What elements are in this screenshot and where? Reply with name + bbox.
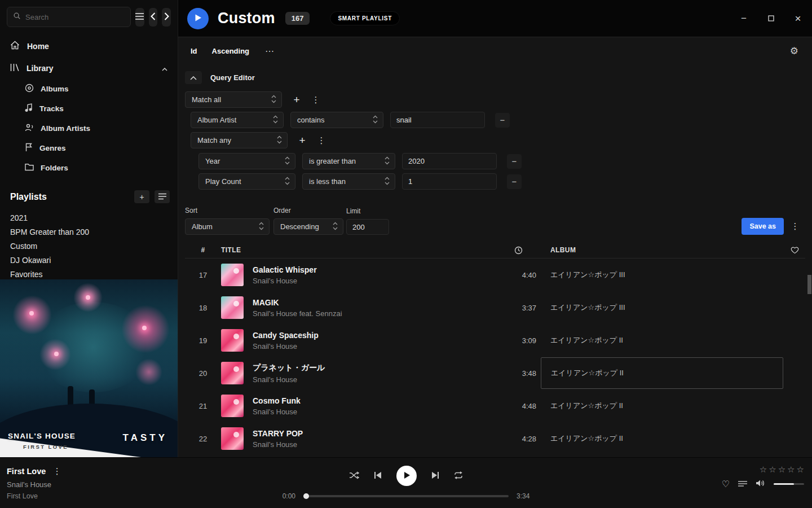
now-playing-title[interactable]: First Love — [7, 467, 46, 476]
rule-options-button[interactable]: ⋮ — [311, 95, 320, 105]
volume-slider[interactable] — [774, 483, 804, 485]
chevron-right-icon — [164, 12, 169, 22]
match-type-select[interactable]: Match all — [185, 91, 282, 108]
playlist-item[interactable]: DJ Okawari — [10, 253, 170, 267]
playlist-item[interactable]: 2021 — [10, 211, 170, 225]
favorite-button[interactable]: ♡ — [722, 479, 730, 489]
track-album[interactable]: エイリアン☆ポップ II — [541, 325, 783, 356]
column-title[interactable]: TITLE — [221, 246, 496, 254]
remove-rule-button[interactable]: − — [507, 174, 522, 189]
previous-track-button[interactable] — [374, 471, 382, 481]
add-playlist-button[interactable]: + — [134, 190, 149, 203]
group-options-button[interactable]: ⋮ — [317, 135, 326, 146]
rule-field-select[interactable]: Year — [198, 153, 295, 169]
playlist-list-button[interactable] — [155, 190, 170, 203]
window-minimize-button[interactable]: − — [739, 14, 749, 24]
total-time: 3:34 — [517, 492, 536, 500]
more-options-button[interactable]: ⋯ — [265, 46, 275, 56]
seek-bar[interactable] — [303, 495, 509, 497]
collapse-query-editor-button[interactable] — [185, 71, 202, 84]
add-group-rule-button[interactable]: + — [294, 133, 310, 148]
scrollbar-thumb[interactable] — [807, 275, 811, 294]
seek-knob[interactable] — [303, 493, 309, 499]
nav-forward-button[interactable] — [162, 8, 171, 27]
sidebar-item-genres[interactable]: Genres — [0, 138, 178, 158]
column-album[interactable]: ALBUM — [541, 246, 783, 254]
now-playing-album-art[interactable]: SNAIL'S HOUSE FIRST LOVE TASTY — [0, 279, 178, 457]
sidebar-item-tracks[interactable]: Tracks — [0, 99, 178, 119]
nav-back-button[interactable] — [149, 8, 158, 27]
track-album[interactable]: エイリアン☆ポップ III — [541, 292, 783, 323]
chevron-up-icon[interactable] — [162, 64, 167, 73]
rule-operator-select[interactable]: contains — [290, 112, 383, 128]
remove-rule-button[interactable]: − — [495, 113, 510, 128]
track-album[interactable]: エイリアン☆ポップ II — [541, 390, 783, 422]
repeat-button[interactable] — [454, 471, 463, 481]
shuffle-button[interactable] — [349, 471, 359, 481]
page-header: Custom 167 SMART PLAYLIST − × — [178, 0, 812, 37]
now-playing-options-button[interactable]: ⋮ — [52, 466, 61, 476]
rule-field-select[interactable]: Play Count — [198, 173, 295, 190]
track-artist[interactable]: Snail's House — [253, 342, 496, 351]
rule-operator-select[interactable]: is less than — [302, 173, 395, 190]
table-row[interactable]: 19 Candy SpaceshipSnail's House 3:09 エイリ… — [185, 324, 805, 357]
save-options-button[interactable]: ⋮ — [791, 221, 800, 231]
volume-button[interactable] — [756, 479, 765, 489]
limit-input[interactable] — [346, 219, 389, 235]
favorite-heart-icon[interactable] — [783, 246, 806, 254]
playlist-item[interactable]: BPM Greater than 200 — [10, 225, 170, 239]
table-row[interactable]: 22 STARRY POPSnail's House 4:28 エイリアン☆ポッ… — [185, 422, 805, 455]
playlist-play-button[interactable] — [187, 8, 209, 29]
playlist-item[interactable]: Custom — [10, 239, 170, 253]
play-pause-button[interactable] — [396, 466, 417, 486]
track-album[interactable]: エイリアン☆ポップ III — [541, 259, 783, 291]
sidebar-item-home[interactable]: Home — [0, 35, 178, 57]
now-playing-artist[interactable]: Snail's House — [7, 480, 61, 489]
menu-button[interactable] — [135, 8, 144, 27]
track-artist[interactable]: Snail's House — [253, 440, 496, 449]
search-box[interactable] — [7, 7, 131, 27]
query-order-select[interactable]: Descending — [273, 218, 343, 235]
column-index[interactable]: # — [185, 246, 221, 254]
save-as-button[interactable]: Save as — [742, 218, 784, 235]
query-sort-select[interactable]: Album — [185, 218, 270, 235]
rule-value-input[interactable] — [402, 153, 497, 169]
track-artist[interactable]: Snail's House — [253, 277, 496, 285]
star-icon[interactable]: ☆ — [778, 465, 785, 474]
star-icon[interactable]: ☆ — [769, 465, 776, 474]
rule-value-input[interactable] — [390, 112, 485, 128]
table-row[interactable]: 21 Cosmo FunkSnail's House 4:48 エイリアン☆ポッ… — [185, 389, 805, 422]
now-playing-album[interactable]: First Love — [7, 492, 61, 500]
settings-gear-button[interactable]: ⚙ — [790, 45, 798, 57]
duration-clock-icon[interactable] — [496, 246, 541, 255]
remove-rule-button[interactable]: − — [507, 154, 522, 169]
track-artist[interactable]: Snail's House — [253, 375, 496, 384]
star-icon[interactable]: ☆ — [797, 465, 804, 474]
heart-icon: ♡ — [722, 479, 730, 489]
rule-value-input[interactable] — [402, 173, 497, 190]
group-match-type-select[interactable]: Match any — [191, 132, 288, 148]
add-rule-button[interactable]: + — [289, 92, 304, 108]
rule-operator-select[interactable]: is greater than — [302, 153, 395, 169]
table-row[interactable]: 20 プラネット・ガールSnail's House 3:48 エイリアン☆ポップ… — [185, 357, 805, 389]
sort-direction-button[interactable]: Ascending — [212, 47, 249, 55]
next-track-button[interactable] — [431, 471, 439, 481]
rule-field-select[interactable]: Album Artist — [191, 112, 284, 128]
window-close-button[interactable]: × — [793, 14, 803, 24]
window-maximize-button[interactable] — [766, 14, 776, 24]
track-album-focused[interactable]: エイリアン☆ポップ II — [541, 357, 783, 389]
sort-field-button[interactable]: Id — [191, 47, 197, 55]
track-album[interactable]: エイリアン☆ポップ II — [541, 423, 783, 454]
sidebar-item-albums[interactable]: Albums — [0, 79, 178, 99]
sidebar-item-folders[interactable]: Folders — [0, 158, 178, 178]
star-icon[interactable]: ☆ — [760, 465, 767, 474]
search-input[interactable] — [25, 13, 125, 21]
track-artist[interactable]: Snail's House — [253, 408, 496, 416]
sidebar-item-library[interactable]: Library — [0, 57, 178, 79]
queue-button[interactable] — [738, 479, 747, 489]
sidebar-item-album-artists[interactable]: Album Artists — [0, 119, 178, 138]
table-row[interactable]: 17 Galactic WhisperSnail's House 4:40 エイ… — [185, 259, 805, 291]
track-artist[interactable]: Snail's House feat. Sennzai — [253, 309, 496, 318]
star-icon[interactable]: ☆ — [787, 465, 795, 474]
table-row[interactable]: 18 MAGIKSnail's House feat. Sennzai 3:37… — [185, 291, 805, 324]
